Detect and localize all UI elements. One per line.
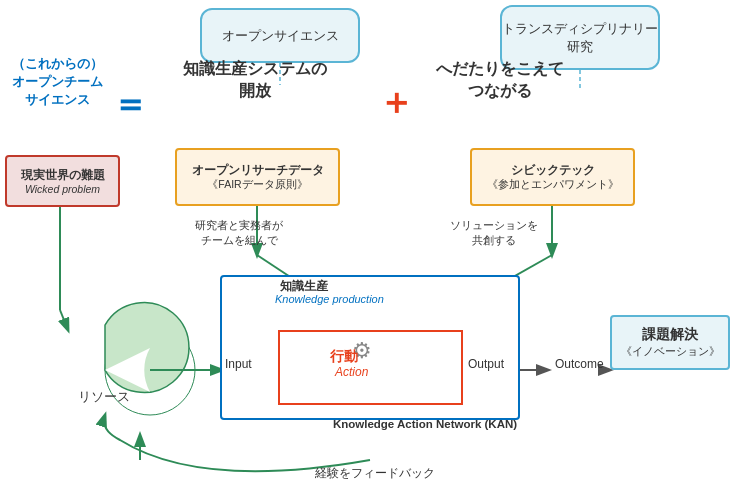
- cloud-open-science-label: オープンサイエンス: [222, 27, 339, 45]
- input-text: Input: [225, 357, 252, 371]
- center-title: 知識生産システムの 開放: [145, 58, 365, 103]
- knowledge-title-en: Knowledge production: [275, 293, 384, 305]
- solution-text: ソリューションを 共創する: [450, 218, 538, 249]
- kan-label: Knowledge Action Network (KAN): [333, 418, 517, 430]
- open-research-box: オープンリサーチデータ 《FAIRデータ原則》: [175, 148, 340, 206]
- wicked-problem-jp: 現実世界の難題: [21, 168, 105, 183]
- cloud-open-science: オープンサイエンス: [200, 8, 360, 63]
- diagram: オープンサイエンス トランスディシプリナリー研究 （これからの） オープンチーム…: [0, 0, 749, 501]
- svg-line-6: [60, 310, 68, 330]
- knowledge-title-jp: 知識生産: [280, 279, 328, 293]
- researcher-line1: 研究者と実務者が: [195, 219, 283, 231]
- solution-line2: 共創する: [472, 234, 516, 246]
- output-label: Output: [468, 357, 504, 371]
- center-title-line1: 知識生産システムの: [183, 60, 327, 77]
- resource-label: リソース: [78, 389, 130, 404]
- left-title: （これからの） オープンチーム サイエンス: [5, 55, 110, 110]
- equals-sign: ＝: [112, 80, 148, 129]
- feedback-text: 経験をフィードバック: [250, 465, 500, 482]
- feedback-label: 経験をフィードバック: [315, 466, 435, 480]
- action-jp-label: 行動: [330, 348, 358, 364]
- wicked-problem-box: 現実世界の難題 Wicked problem: [5, 155, 120, 207]
- outcome-label: Outcome: [555, 357, 604, 371]
- researcher-line2: チームを組んで: [201, 234, 278, 246]
- outcome-box-title: 課題解決: [642, 326, 698, 344]
- researcher-text: 研究者と実務者が チームを組んで: [195, 218, 283, 249]
- cloud-transdisciplinary-label: トランスディシプリナリー研究: [502, 20, 658, 56]
- output-text: Output: [468, 357, 504, 371]
- outcome-box-subtitle: 《イノベーション》: [621, 344, 720, 359]
- center-title-line2: 開放: [239, 82, 271, 99]
- kan-text: Knowledge Action Network (KAN): [275, 418, 575, 430]
- left-title-line3: サイエンス: [25, 92, 90, 107]
- right-title: へだたりをこえて つながる: [405, 58, 595, 103]
- left-title-line2: オープンチーム: [12, 74, 103, 89]
- outcome-box: 課題解決 《イノベーション》: [610, 315, 730, 370]
- outcome-text: Outcome: [555, 357, 604, 371]
- solution-line1: ソリューションを: [450, 219, 538, 231]
- wicked-problem-en: Wicked problem: [25, 183, 100, 195]
- civic-tech-box: シビックテック 《参加とエンパワメント》: [470, 148, 635, 206]
- civic-tech-subtitle: 《参加とエンパワメント》: [487, 178, 619, 192]
- action-en-label: Action: [335, 365, 368, 379]
- action-jp: 行動: [330, 348, 358, 366]
- open-research-title: オープンリサーチデータ: [192, 163, 324, 178]
- left-title-line1: （これからの）: [12, 56, 103, 71]
- open-research-subtitle: 《FAIRデータ原則》: [207, 178, 307, 192]
- right-title-line1: へだたりをこえて: [436, 60, 564, 77]
- action-en: Action: [335, 365, 368, 379]
- right-title-line2: つながる: [468, 82, 532, 99]
- input-label: Input: [225, 357, 252, 371]
- knowledge-box-subtitle: Knowledge production: [275, 293, 384, 305]
- resource-text: リソース: [78, 388, 130, 406]
- civic-tech-title: シビックテック: [511, 163, 595, 178]
